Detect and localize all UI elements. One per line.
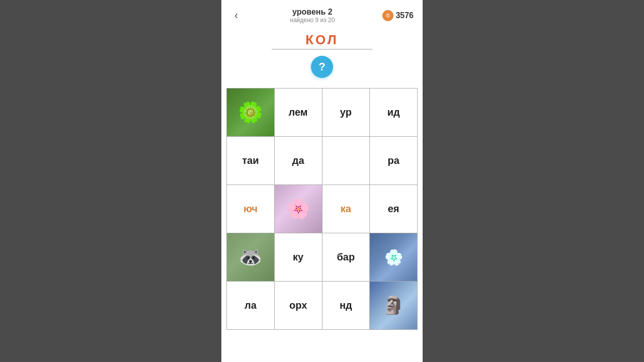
- cell-dandelion[interactable]: [227, 88, 275, 136]
- coin-value: 3576: [395, 11, 414, 20]
- cell-ея[interactable]: ея: [370, 185, 418, 233]
- statue-image: [370, 282, 417, 329]
- hint-button[interactable]: ?: [311, 56, 333, 78]
- cell-ку[interactable]: ку: [274, 233, 322, 281]
- back-button[interactable]: ‹: [230, 7, 242, 24]
- coins-display: © 3576: [382, 10, 414, 21]
- cell-lemur[interactable]: [227, 233, 275, 281]
- cell-clouds[interactable]: [370, 233, 418, 281]
- cell-юч[interactable]: юч: [227, 185, 275, 233]
- cell-кол[interactable]: кол: [322, 136, 370, 185]
- phone-screen: ‹ уровень 2 найдено 9 из 20 © 3576 КОЛ ?…: [221, 0, 423, 362]
- table-row: ла орх нд: [227, 281, 418, 329]
- cell-statue[interactable]: [370, 281, 418, 329]
- cell-лем[interactable]: лем: [274, 88, 322, 136]
- found-count: найдено 9 из 20: [290, 17, 335, 24]
- cell-ур[interactable]: ур: [322, 88, 370, 136]
- cell-бар[interactable]: бар: [322, 233, 370, 281]
- cell-ра[interactable]: ра: [370, 136, 418, 185]
- cell-орх[interactable]: орх: [274, 281, 322, 329]
- table-row: таи да кол ра: [227, 136, 418, 185]
- table-row: лем ур ид: [227, 88, 418, 136]
- dandelion-image: [227, 88, 274, 136]
- cell-ка[interactable]: ка: [322, 185, 370, 233]
- header: ‹ уровень 2 найдено 9 из 20 © 3576: [221, 0, 423, 27]
- cell-ид[interactable]: ид: [370, 88, 418, 136]
- cell-таи[interactable]: таи: [227, 136, 275, 185]
- lemur-image: [227, 233, 274, 281]
- cell-нд[interactable]: нд: [322, 281, 370, 329]
- clouds-image: [370, 233, 417, 281]
- word-underline: [272, 49, 372, 50]
- cell-ла[interactable]: ла: [227, 281, 275, 329]
- table-row: ку бар: [227, 233, 418, 281]
- cell-да[interactable]: да: [274, 136, 322, 185]
- level-info: уровень 2 найдено 9 из 20: [290, 8, 335, 24]
- level-title: уровень 2: [290, 8, 335, 17]
- coin-icon: ©: [382, 10, 393, 21]
- game-grid: лем ур ид таи да кол ра юч ка: [226, 88, 418, 330]
- orchid-image: [275, 185, 322, 233]
- table-row: юч ка ея: [227, 185, 418, 233]
- grid-wrapper: лем ур ид таи да кол ра юч ка: [221, 85, 423, 363]
- cell-orchid[interactable]: [274, 185, 322, 233]
- word-area: КОЛ ?: [221, 27, 423, 85]
- current-word: КОЛ: [305, 32, 339, 48]
